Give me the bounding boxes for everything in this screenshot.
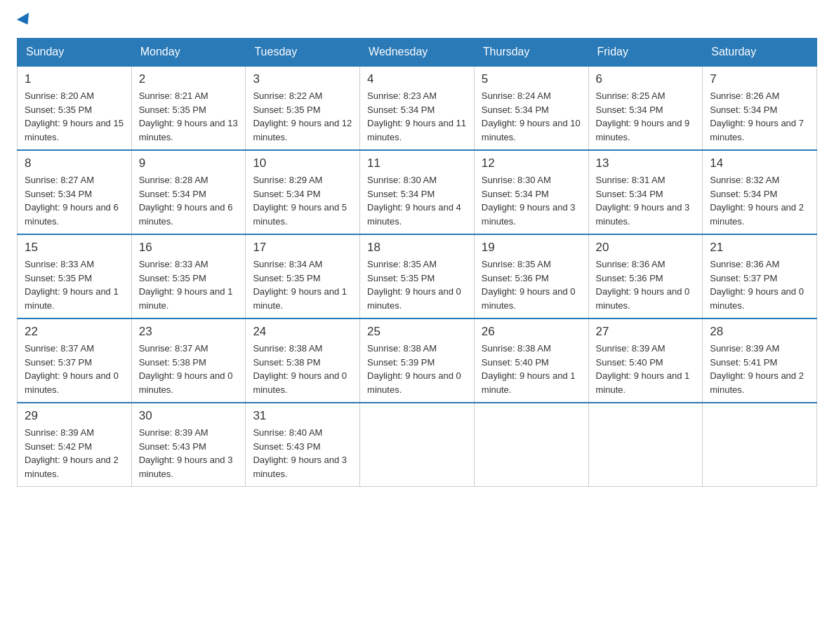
day-number: 27 — [596, 325, 696, 339]
calendar-day-cell — [360, 403, 475, 487]
day-number: 31 — [253, 409, 352, 423]
calendar-day-cell: 23 Sunrise: 8:37 AMSunset: 5:38 PMDaylig… — [131, 318, 246, 403]
calendar-day-cell — [703, 403, 817, 487]
day-number: 18 — [367, 241, 467, 255]
day-number: 10 — [253, 156, 352, 170]
day-number: 3 — [253, 72, 352, 86]
day-info: Sunrise: 8:23 AMSunset: 5:34 PMDaylight:… — [367, 90, 466, 142]
day-info: Sunrise: 8:35 AMSunset: 5:35 PMDaylight:… — [367, 259, 461, 311]
day-info: Sunrise: 8:36 AMSunset: 5:36 PMDaylight:… — [596, 259, 690, 311]
calendar-week-row: 1 Sunrise: 8:20 AMSunset: 5:35 PMDayligh… — [18, 66, 817, 150]
day-of-week-header: Friday — [588, 39, 703, 67]
day-of-week-header: Thursday — [474, 39, 588, 67]
day-number: 12 — [482, 156, 581, 170]
calendar-day-cell: 11 Sunrise: 8:30 AMSunset: 5:34 PMDaylig… — [360, 150, 475, 234]
calendar-day-cell: 18 Sunrise: 8:35 AMSunset: 5:35 PMDaylig… — [360, 234, 475, 318]
calendar-day-cell: 24 Sunrise: 8:38 AMSunset: 5:38 PMDaylig… — [246, 318, 360, 403]
day-info: Sunrise: 8:38 AMSunset: 5:40 PMDaylight:… — [482, 343, 576, 395]
day-info: Sunrise: 8:20 AMSunset: 5:35 PMDaylight:… — [25, 90, 124, 142]
day-number: 4 — [367, 72, 467, 86]
calendar-day-cell: 12 Sunrise: 8:30 AMSunset: 5:34 PMDaylig… — [474, 150, 588, 234]
calendar-day-cell: 5 Sunrise: 8:24 AMSunset: 5:34 PMDayligh… — [474, 66, 588, 150]
logo — [17, 17, 32, 27]
calendar-day-cell: 8 Sunrise: 8:27 AMSunset: 5:34 PMDayligh… — [18, 150, 132, 234]
day-number: 2 — [139, 72, 239, 86]
calendar-week-row: 15 Sunrise: 8:33 AMSunset: 5:35 PMDaylig… — [18, 234, 817, 318]
day-info: Sunrise: 8:39 AMSunset: 5:41 PMDaylight:… — [710, 343, 804, 395]
day-info: Sunrise: 8:33 AMSunset: 5:35 PMDaylight:… — [139, 259, 233, 311]
calendar-day-cell: 15 Sunrise: 8:33 AMSunset: 5:35 PMDaylig… — [18, 234, 132, 318]
day-info: Sunrise: 8:22 AMSunset: 5:35 PMDaylight:… — [253, 90, 352, 142]
day-of-week-header: Monday — [131, 39, 246, 67]
day-of-week-header: Tuesday — [246, 39, 360, 67]
day-info: Sunrise: 8:39 AMSunset: 5:42 PMDaylight:… — [25, 427, 119, 479]
calendar-week-row: 8 Sunrise: 8:27 AMSunset: 5:34 PMDayligh… — [18, 150, 817, 234]
day-number: 17 — [253, 241, 352, 255]
page-header — [17, 17, 817, 27]
day-info: Sunrise: 8:38 AMSunset: 5:38 PMDaylight:… — [253, 343, 347, 395]
day-number: 6 — [596, 72, 696, 86]
day-number: 29 — [25, 409, 124, 423]
day-number: 26 — [482, 325, 581, 339]
day-of-week-header: Wednesday — [360, 39, 475, 67]
day-of-week-header: Saturday — [703, 39, 817, 67]
calendar-day-cell: 20 Sunrise: 8:36 AMSunset: 5:36 PMDaylig… — [588, 234, 703, 318]
day-number: 20 — [596, 241, 696, 255]
calendar-table: SundayMondayTuesdayWednesdayThursdayFrid… — [17, 38, 817, 487]
calendar-day-cell: 14 Sunrise: 8:32 AMSunset: 5:34 PMDaylig… — [703, 150, 817, 234]
day-info: Sunrise: 8:27 AMSunset: 5:34 PMDaylight:… — [25, 175, 119, 227]
day-info: Sunrise: 8:30 AMSunset: 5:34 PMDaylight:… — [367, 175, 461, 227]
day-info: Sunrise: 8:26 AMSunset: 5:34 PMDaylight:… — [710, 90, 804, 142]
day-number: 22 — [25, 325, 124, 339]
day-number: 15 — [25, 241, 124, 255]
calendar-day-cell: 7 Sunrise: 8:26 AMSunset: 5:34 PMDayligh… — [703, 66, 817, 150]
day-number: 1 — [25, 72, 124, 86]
logo-triangle-icon — [17, 13, 34, 28]
calendar-day-cell: 25 Sunrise: 8:38 AMSunset: 5:39 PMDaylig… — [360, 318, 475, 403]
day-info: Sunrise: 8:39 AMSunset: 5:40 PMDaylight:… — [596, 343, 690, 395]
day-info: Sunrise: 8:40 AMSunset: 5:43 PMDaylight:… — [253, 427, 347, 479]
calendar-day-cell: 16 Sunrise: 8:33 AMSunset: 5:35 PMDaylig… — [131, 234, 246, 318]
day-info: Sunrise: 8:29 AMSunset: 5:34 PMDaylight:… — [253, 175, 347, 227]
day-number: 24 — [253, 325, 352, 339]
day-info: Sunrise: 8:37 AMSunset: 5:38 PMDaylight:… — [139, 343, 233, 395]
day-info: Sunrise: 8:31 AMSunset: 5:34 PMDaylight:… — [596, 175, 690, 227]
day-info: Sunrise: 8:39 AMSunset: 5:43 PMDaylight:… — [139, 427, 233, 479]
day-info: Sunrise: 8:34 AMSunset: 5:35 PMDaylight:… — [253, 259, 347, 311]
day-info: Sunrise: 8:37 AMSunset: 5:37 PMDaylight:… — [25, 343, 119, 395]
calendar-day-cell: 31 Sunrise: 8:40 AMSunset: 5:43 PMDaylig… — [246, 403, 360, 487]
day-number: 25 — [367, 325, 467, 339]
day-info: Sunrise: 8:32 AMSunset: 5:34 PMDaylight:… — [710, 175, 804, 227]
calendar-day-cell: 3 Sunrise: 8:22 AMSunset: 5:35 PMDayligh… — [246, 66, 360, 150]
calendar-day-cell: 26 Sunrise: 8:38 AMSunset: 5:40 PMDaylig… — [474, 318, 588, 403]
day-info: Sunrise: 8:24 AMSunset: 5:34 PMDaylight:… — [482, 90, 581, 142]
calendar-day-cell: 28 Sunrise: 8:39 AMSunset: 5:41 PMDaylig… — [703, 318, 817, 403]
calendar-day-cell: 19 Sunrise: 8:35 AMSunset: 5:36 PMDaylig… — [474, 234, 588, 318]
day-number: 9 — [139, 156, 239, 170]
calendar-day-cell: 10 Sunrise: 8:29 AMSunset: 5:34 PMDaylig… — [246, 150, 360, 234]
calendar-day-cell: 4 Sunrise: 8:23 AMSunset: 5:34 PMDayligh… — [360, 66, 475, 150]
calendar-day-cell: 9 Sunrise: 8:28 AMSunset: 5:34 PMDayligh… — [131, 150, 246, 234]
day-info: Sunrise: 8:21 AMSunset: 5:35 PMDaylight:… — [139, 90, 238, 142]
day-number: 13 — [596, 156, 696, 170]
calendar-day-cell — [474, 403, 588, 487]
day-info: Sunrise: 8:35 AMSunset: 5:36 PMDaylight:… — [482, 259, 576, 311]
day-number: 16 — [139, 241, 239, 255]
day-info: Sunrise: 8:38 AMSunset: 5:39 PMDaylight:… — [367, 343, 461, 395]
calendar-header-row: SundayMondayTuesdayWednesdayThursdayFrid… — [18, 39, 817, 67]
day-info: Sunrise: 8:25 AMSunset: 5:34 PMDaylight:… — [596, 90, 690, 142]
day-number: 23 — [139, 325, 239, 339]
calendar-day-cell: 21 Sunrise: 8:36 AMSunset: 5:37 PMDaylig… — [703, 234, 817, 318]
day-info: Sunrise: 8:30 AMSunset: 5:34 PMDaylight:… — [482, 175, 576, 227]
calendar-week-row: 29 Sunrise: 8:39 AMSunset: 5:42 PMDaylig… — [18, 403, 817, 487]
day-number: 11 — [367, 156, 467, 170]
calendar-day-cell: 6 Sunrise: 8:25 AMSunset: 5:34 PMDayligh… — [588, 66, 703, 150]
day-number: 21 — [710, 241, 809, 255]
day-number: 14 — [710, 156, 809, 170]
day-number: 30 — [139, 409, 239, 423]
calendar-day-cell: 2 Sunrise: 8:21 AMSunset: 5:35 PMDayligh… — [131, 66, 246, 150]
calendar-day-cell: 27 Sunrise: 8:39 AMSunset: 5:40 PMDaylig… — [588, 318, 703, 403]
day-number: 28 — [710, 325, 809, 339]
calendar-day-cell: 22 Sunrise: 8:37 AMSunset: 5:37 PMDaylig… — [18, 318, 132, 403]
calendar-day-cell: 30 Sunrise: 8:39 AMSunset: 5:43 PMDaylig… — [131, 403, 246, 487]
